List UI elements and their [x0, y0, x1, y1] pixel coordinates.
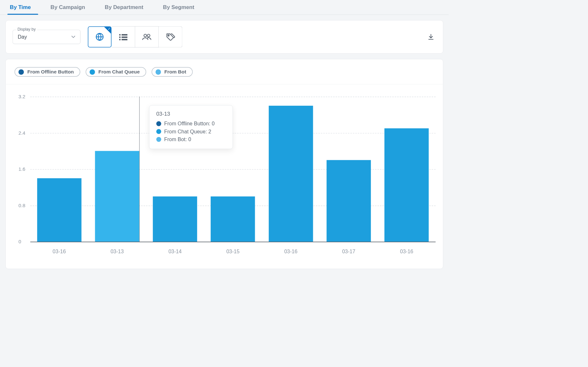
tab-by-segment[interactable]: By Segment — [163, 0, 194, 14]
x-axis-tick: 03-16 — [284, 248, 297, 254]
chart-bar[interactable] — [153, 196, 197, 242]
chart-bar[interactable] — [37, 178, 81, 242]
tooltip-dot-icon — [156, 137, 161, 142]
y-axis-tick: 0 — [18, 239, 21, 245]
download-button[interactable] — [426, 32, 436, 42]
toolbar-card: Display by Day ✓ — [5, 20, 443, 54]
chart-tooltip: 03-13 From Offline Button: 0From Chat Qu… — [149, 105, 233, 149]
legend-chip-queue[interactable]: From Chat Queue — [85, 67, 146, 77]
view-globe-button[interactable]: ✓ — [88, 26, 111, 48]
view-tag-button[interactable] — [159, 26, 182, 48]
report-tabs: By Time By Campaign By Department By Seg… — [0, 0, 449, 15]
svg-rect-5 — [119, 39, 120, 40]
chevron-down-icon — [71, 36, 75, 38]
chart-bar[interactable] — [211, 196, 255, 242]
tab-label: By Department — [105, 4, 143, 10]
tab-by-time[interactable]: By Time — [10, 0, 31, 14]
chart-legend: From Offline Button From Chat Queue From… — [6, 59, 443, 84]
svg-rect-6 — [122, 39, 127, 40]
tooltip-dot-icon — [156, 129, 161, 134]
x-axis-tick: 03-13 — [111, 248, 124, 254]
legend-chip-offline[interactable]: From Offline Button — [15, 67, 80, 77]
tab-label: By Segment — [163, 4, 194, 10]
legend-label: From Chat Queue — [98, 69, 140, 75]
globe-icon — [95, 33, 104, 41]
display-by-label: Display by — [16, 27, 37, 32]
tab-by-department[interactable]: By Department — [105, 0, 143, 14]
chart-bar[interactable] — [95, 151, 139, 242]
tooltip-text: From Chat Queue: 2 — [164, 129, 211, 134]
view-people-button[interactable] — [135, 26, 159, 48]
y-axis-tick: 0.8 — [18, 203, 25, 208]
tab-by-campaign[interactable]: By Campaign — [51, 0, 85, 14]
display-by-field: Display by Day — [13, 30, 81, 44]
tab-label: By Time — [10, 4, 31, 10]
tab-label: By Campaign — [51, 4, 85, 10]
tooltip-row: From Bot: 0 — [156, 135, 226, 143]
svg-rect-1 — [119, 34, 120, 35]
chart-plot: 03-1603-1303-1403-1503-1603-1703-16 03-1… — [6, 84, 443, 261]
tag-icon — [166, 33, 175, 41]
svg-rect-10 — [428, 39, 433, 40]
svg-rect-4 — [122, 36, 127, 38]
chart-hover-line — [139, 97, 140, 242]
tooltip-dot-icon — [156, 121, 161, 126]
legend-label: From Bot — [164, 69, 186, 75]
tooltip-row: From Chat Queue: 2 — [156, 128, 226, 135]
people-icon — [142, 34, 152, 40]
svg-point-7 — [144, 34, 146, 37]
view-list-button[interactable] — [112, 26, 135, 48]
display-by-select[interactable]: Day — [13, 30, 81, 44]
svg-point-9 — [168, 35, 169, 36]
svg-rect-2 — [122, 34, 127, 35]
x-axis-tick: 03-17 — [342, 248, 355, 254]
view-mode-group: ✓ — [88, 26, 182, 48]
svg-point-8 — [147, 34, 150, 37]
x-axis-tick: 03-15 — [226, 248, 240, 254]
tooltip-row: From Offline Button: 0 — [156, 120, 226, 128]
legend-dot-icon — [155, 69, 161, 75]
svg-rect-3 — [119, 36, 120, 38]
legend-dot-icon — [90, 69, 95, 75]
x-axis-tick: 03-14 — [168, 248, 182, 254]
tooltip-title: 03-13 — [156, 111, 226, 117]
y-axis-tick: 1.6 — [18, 166, 25, 172]
legend-chip-bot[interactable]: From Bot — [152, 67, 193, 77]
display-by-value: Day — [18, 34, 27, 40]
tooltip-text: From Offline Button: 0 — [164, 121, 214, 127]
y-axis-tick: 2.4 — [18, 130, 25, 136]
chart-bar[interactable] — [327, 160, 371, 242]
x-axis-tick: 03-16 — [400, 248, 413, 254]
chart-bar[interactable] — [269, 106, 313, 242]
check-icon: ✓ — [108, 27, 111, 31]
chart-bar[interactable] — [384, 128, 429, 242]
download-icon — [427, 33, 435, 41]
x-axis-tick: 03-16 — [53, 248, 66, 254]
tooltip-text: From Bot: 0 — [164, 136, 191, 142]
y-axis-tick: 3.2 — [18, 94, 25, 100]
chart-card: From Offline Button From Chat Queue From… — [5, 59, 443, 269]
legend-dot-icon — [18, 69, 24, 75]
list-icon — [119, 34, 127, 40]
legend-label: From Offline Button — [27, 69, 74, 75]
